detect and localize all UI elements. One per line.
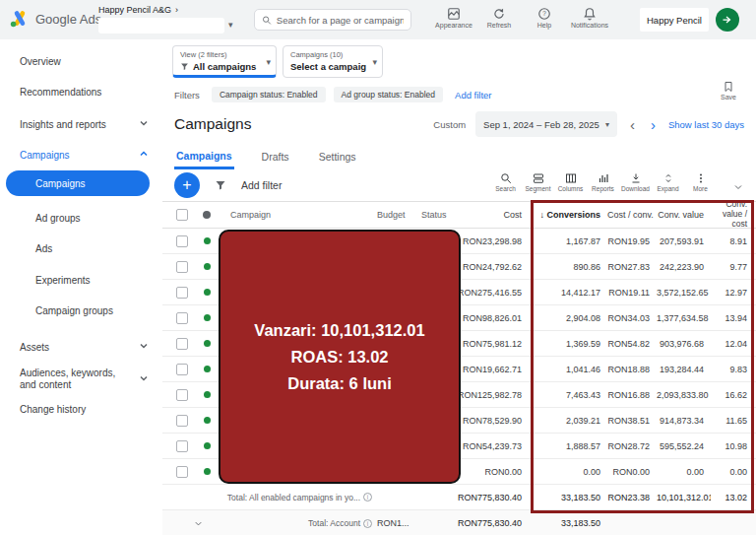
annotation-line-roas: ROAS: 13.02	[290, 348, 388, 367]
view-selector[interactable]: View (2 filters) All campaigns ▾	[172, 45, 277, 78]
filter-chip-ad-group-status[interactable]: Ad group status: Enabled	[334, 87, 443, 102]
header-conv-value-per-cost[interactable]: Conv. value / cost	[711, 200, 754, 229]
show-last-30-days-link[interactable]: Show last 30 days	[668, 119, 744, 130]
more-tool-button[interactable]: More	[684, 172, 717, 192]
row-checkbox[interactable]	[176, 261, 188, 273]
total-conv-value: 10,101,312.01	[657, 493, 711, 502]
account-selector[interactable]: Happy Pencil A&G › ▾	[98, 5, 238, 33]
chevron-left-icon[interactable]: ‹	[627, 117, 638, 132]
sidebar-subitem-campaign-groups[interactable]: Campaign groups	[0, 297, 162, 324]
tab-campaigns[interactable]: Campaigns	[174, 144, 234, 169]
notifications-button[interactable]: Notifications	[567, 7, 612, 29]
expand-row-button[interactable]	[176, 518, 220, 529]
google-ads-logo[interactable]: Google Ads	[10, 10, 101, 28]
chevron-down-icon	[732, 181, 744, 193]
filter-chip-campaign-status[interactable]: Campaign status: Enabled	[212, 87, 326, 102]
page-title: Campaigns	[174, 115, 251, 133]
header-conversions[interactable]: ↓ Conversions	[529, 210, 607, 220]
campaign-selector-label: Campaigns (10)	[290, 50, 366, 59]
row-checkbox[interactable]	[176, 235, 188, 247]
sidebar-subitem-ads[interactable]: Ads	[0, 234, 162, 262]
info-icon	[363, 519, 372, 528]
total-enabled-row: Total: All enabled campaigns in yo... RO…	[162, 485, 756, 510]
conv-value-cell: 2,093,833.80	[657, 390, 711, 400]
collapse-toolbar-button[interactable]	[732, 179, 744, 197]
conv-value-cell: 0.00	[657, 467, 711, 477]
search-box[interactable]	[254, 9, 411, 31]
sidebar-subitem-campaigns[interactable]: Campaigns	[6, 170, 150, 196]
filters-bar: Filters Campaign status: Enabled Ad grou…	[174, 86, 492, 103]
chevron-right-icon[interactable]: ›	[648, 117, 659, 132]
breadcrumb-arrow-icon: ›	[175, 5, 178, 15]
segment-icon	[533, 172, 544, 184]
campaign-selector[interactable]: Campaigns (10) Select a campaign ▾	[283, 45, 383, 78]
cost-cell: RON54,239.73	[458, 441, 529, 451]
row-checkbox[interactable]	[176, 287, 188, 299]
save-button[interactable]: Save	[721, 81, 736, 100]
sidebar-subitem-experiments[interactable]: Experiments	[0, 266, 162, 294]
conversions-cell: 890.86	[529, 262, 607, 272]
total-account-row: Total: Account RON1... RON775,830.40 33,…	[162, 510, 756, 535]
notifications-icon	[583, 7, 597, 21]
date-range-picker[interactable]: Sep 1, 2024 – Feb 28, 2025 ▾	[475, 111, 617, 137]
header-cost-per-conv[interactable]: Cost / conv.	[607, 210, 657, 220]
sidebar-item-insights-and-reports[interactable]: Insights and reports	[0, 110, 162, 138]
breadcrumb-account: Happy Pencil A&G	[98, 5, 171, 15]
sidebar-item-recommendations[interactable]: Recommendations	[0, 78, 162, 105]
header-cost[interactable]: Cost	[458, 210, 529, 220]
reports-tool-button[interactable]: Reports	[587, 172, 619, 192]
row-checkbox[interactable]	[176, 364, 188, 375]
total-account-label: Total: Account	[308, 518, 360, 528]
tab-settings[interactable]: Settings	[317, 144, 358, 169]
select-all-checkbox[interactable]	[176, 209, 188, 221]
appearance-button[interactable]: Appearance	[431, 7, 476, 29]
status-enabled-icon	[204, 340, 211, 347]
svg-text:?: ?	[542, 10, 546, 17]
toolbar-add-filter[interactable]: Add filter	[241, 179, 282, 191]
header-status[interactable]: Status	[416, 210, 458, 220]
row-checkbox[interactable]	[176, 338, 188, 350]
row-checkbox[interactable]	[176, 466, 188, 478]
help-button[interactable]: ? Help	[522, 7, 567, 29]
new-campaign-button[interactable]: +	[174, 172, 200, 198]
sidebar-item-campaigns-parent[interactable]: Campaigns	[0, 141, 162, 168]
sidebar-subitem-ad-groups[interactable]: Ad groups	[0, 204, 162, 232]
sub-account-box[interactable]	[98, 18, 224, 33]
row-checkbox[interactable]	[176, 389, 188, 401]
row-checkbox[interactable]	[176, 312, 188, 324]
search-tool-button[interactable]: Search	[489, 172, 522, 192]
segment-tool-button[interactable]: Segment	[522, 172, 554, 192]
columns-tool-button[interactable]: Columns	[554, 172, 587, 192]
sidebar-item-audiences-keywords-content[interactable]: Audiences, keywords, and content	[0, 360, 162, 399]
conversions-cell: 1,369.59	[529, 339, 607, 349]
expand-tool-button[interactable]: Expand	[652, 172, 684, 192]
refresh-button[interactable]: Refresh	[476, 7, 522, 29]
row-checkbox[interactable]	[176, 440, 188, 452]
tab-drafts[interactable]: Drafts	[260, 144, 291, 169]
sidebar-item-assets[interactable]: Assets	[0, 333, 162, 361]
cost-cell: RON0.00	[458, 467, 529, 477]
sidebar-item-change-history[interactable]: Change history	[0, 395, 162, 423]
conv-value-cell: 1,377,634.58	[657, 313, 711, 323]
chevron-down-icon	[193, 518, 204, 529]
header-campaign[interactable]: Campaign	[230, 210, 372, 220]
header-budget[interactable]: Budget	[372, 210, 416, 220]
search-input[interactable]	[277, 15, 404, 26]
annotation-overlay: Vanzari: 10,101,312.01 ROAS: 13.02 Durat…	[219, 230, 461, 484]
add-filter-link[interactable]: Add filter	[455, 90, 492, 100]
cost-cell: RON78,529.90	[458, 416, 529, 426]
cost-cell: RON125,982.78	[458, 390, 529, 400]
conv-value-per-cost-cell: 13.94	[711, 313, 754, 323]
download-tool-button[interactable]: Download	[619, 172, 652, 192]
filter-funnel-icon[interactable]	[215, 179, 226, 191]
avatar[interactable]	[716, 8, 739, 32]
sidebar-item-overview[interactable]: Overview	[0, 47, 162, 75]
expand-icon	[662, 172, 674, 184]
row-checkbox[interactable]	[176, 415, 188, 427]
cost-per-conv-cell: RON28.72	[607, 441, 657, 451]
campaign-selector-value: Select a campaign	[290, 61, 366, 72]
header-conv-value[interactable]: Conv. value	[657, 210, 711, 220]
caret-down-icon: ▾	[228, 20, 233, 30]
info-icon	[363, 493, 372, 502]
view-selector-label: View (2 filters)	[180, 50, 260, 59]
